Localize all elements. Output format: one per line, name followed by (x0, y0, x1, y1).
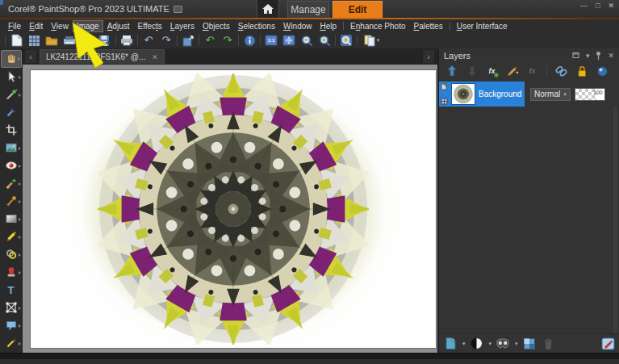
new-mask-layer-button[interactable] (495, 337, 511, 351)
menu-view[interactable]: View (47, 20, 73, 32)
straighten-tool[interactable] (1, 139, 22, 157)
minimize-button[interactable]: — (580, 2, 588, 10)
crop-tool[interactable] (1, 121, 22, 139)
new-document-button[interactable] (7, 33, 25, 48)
move-layer-up-button[interactable] (444, 64, 459, 78)
menu-layers[interactable]: Layers (166, 20, 199, 32)
chevron-down-icon[interactable]: ▾ (489, 341, 492, 347)
blend-mode-dropdown[interactable]: Normal ▾ (530, 88, 571, 101)
move-layer-down-button[interactable] (464, 64, 479, 78)
scan-button[interactable] (61, 33, 78, 48)
tab-edit[interactable]: Edit (333, 1, 383, 18)
menu-palettes[interactable]: Palettes (410, 20, 447, 32)
flyout-arrow-icon (19, 271, 21, 274)
callout-tool[interactable] (1, 316, 22, 334)
magnifier-button[interactable] (337, 33, 355, 48)
print-button[interactable] (118, 33, 136, 48)
zoom-one-to-one-button[interactable]: 1:1 (262, 33, 280, 48)
fit-to-window-button[interactable] (280, 33, 298, 48)
tab-scroll-left-button[interactable]: ‹ (25, 50, 36, 63)
flood-fill-tool[interactable] (1, 210, 22, 228)
redo-history-button[interactable]: ↷ (219, 33, 236, 48)
tab-manage[interactable]: Manage (287, 1, 329, 18)
close-panel-icon[interactable]: ✕ (608, 52, 614, 60)
close-button[interactable]: ✕ (608, 2, 614, 10)
paint-brush-tool[interactable] (1, 228, 22, 245)
main-area: T ‹ LK241221119PFS1K6* @... ✕ (0, 48, 619, 353)
restore-panel-icon[interactable] (571, 51, 580, 60)
pin-panel-icon[interactable] (595, 51, 602, 61)
picture-tube-tool[interactable] (1, 263, 22, 281)
text-tool[interactable]: T (1, 281, 22, 299)
chevron-down-icon[interactable]: ▾ (515, 341, 518, 347)
new-adjustment-layer-button[interactable] (469, 337, 485, 351)
makeover-tool[interactable] (1, 174, 22, 192)
layer-type-icon (441, 98, 448, 105)
menu-help[interactable]: Help (316, 20, 341, 32)
pan-tool[interactable] (1, 50, 22, 68)
layers-list-empty-area (439, 107, 619, 333)
opacity-slider[interactable]: 100 (575, 88, 605, 101)
edit-detail-button[interactable] (600, 337, 616, 351)
menu-enhance-photo[interactable]: Enhance Photo (346, 20, 409, 32)
delete-layer-button[interactable] (541, 337, 557, 351)
document-tab[interactable]: LK241221119PFS1K6* @... ✕ (40, 49, 165, 64)
toolbar-separator (238, 35, 239, 46)
menu-effects[interactable]: Effects (133, 20, 165, 32)
layer-effects-button[interactable]: fx (525, 64, 540, 78)
magic-wand-tool[interactable] (1, 86, 22, 103)
tab-scroll-right-button[interactable]: › (423, 50, 434, 63)
image-canvas[interactable] (31, 70, 436, 348)
open-button[interactable] (43, 33, 61, 48)
redo-button[interactable]: ↷ (157, 33, 175, 48)
preset-shape-tool[interactable] (1, 299, 22, 316)
undo-history-button[interactable]: ↶ (201, 33, 219, 48)
chevron-down-icon[interactable]: ▾ (462, 341, 466, 347)
menu-adjust[interactable]: Adjust (103, 20, 134, 32)
flyout-arrow-icon (18, 57, 20, 61)
image-info-button[interactable] (240, 33, 258, 48)
browse-button[interactable] (25, 33, 43, 48)
color-changer-tool[interactable] (1, 245, 22, 263)
panel-menu-icon[interactable]: ▾ (586, 52, 590, 60)
tools-toolbar: T (0, 48, 23, 353)
chevron-down-icon: ▾ (377, 37, 380, 44)
clone-brush-tool[interactable] (1, 192, 22, 210)
menu-window[interactable]: Window (279, 20, 316, 32)
layer-styles-button[interactable]: fx (484, 64, 500, 78)
home-button[interactable] (257, 0, 279, 18)
menu-image[interactable]: Image (73, 20, 103, 32)
save-as-button[interactable] (96, 33, 114, 48)
pick-tool[interactable] (1, 68, 22, 86)
dropper-tool[interactable] (1, 103, 22, 121)
edit-layer-button[interactable] (504, 64, 520, 78)
menu-selections[interactable]: Selections (234, 20, 279, 32)
layer-row-background[interactable]: Background Normal ▾ 100 (439, 82, 619, 107)
layer-thumbnail-image (452, 84, 475, 104)
save-button[interactable] (78, 33, 96, 48)
print-icon (120, 35, 133, 46)
layers-panel-header[interactable]: Layers ▾ ✕ (439, 48, 619, 62)
layers-scrollbar[interactable] (612, 107, 617, 333)
undo-button[interactable]: ↶ (140, 33, 157, 48)
layer-thumbnail[interactable] (451, 83, 475, 105)
menu-objects[interactable]: Objects (199, 20, 234, 32)
close-icon[interactable]: ✕ (152, 53, 158, 61)
red-eye-tool[interactable] (1, 157, 22, 174)
menu-user-interface[interactable]: User Interface (453, 20, 512, 32)
pen-tool[interactable] (1, 334, 22, 352)
lock-transparency-button[interactable] (574, 64, 589, 78)
new-layer-group-button[interactable] (521, 337, 537, 351)
pick-arrow-icon (5, 70, 18, 83)
zoom-in-button[interactable] (316, 33, 333, 48)
layer-visibility-icon[interactable] (441, 83, 448, 90)
copy-special-button[interactable]: ▾ (359, 33, 383, 48)
resize-button[interactable] (179, 33, 197, 48)
link-layers-button[interactable] (554, 64, 569, 78)
menu-edit[interactable]: Edit (25, 20, 47, 32)
new-layer-button[interactable] (442, 337, 458, 351)
zoom-out-button[interactable] (298, 33, 316, 48)
menu-file[interactable]: File (4, 20, 25, 32)
blend-ranges-button[interactable] (594, 64, 609, 78)
maximize-button[interactable]: □ (596, 2, 600, 10)
